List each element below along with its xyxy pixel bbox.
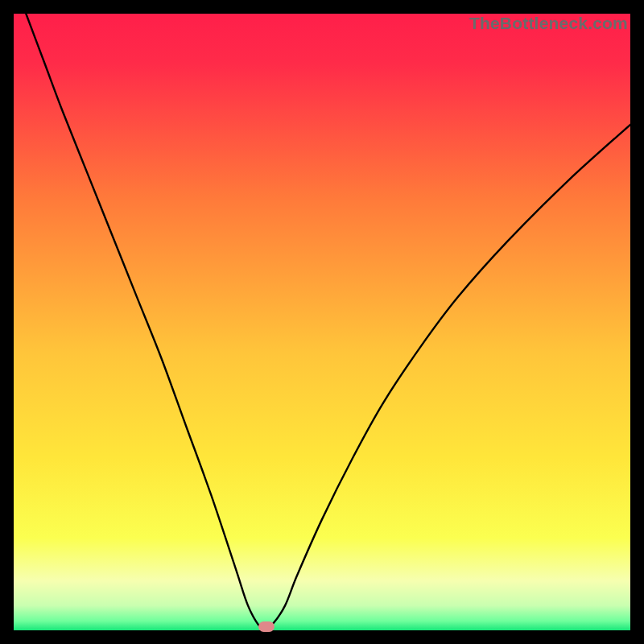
- optimal-point-marker: [258, 621, 275, 632]
- bottleneck-plot: [14, 14, 630, 630]
- chart-frame: TheBottleneck.com: [14, 14, 630, 630]
- gradient-background: [14, 14, 630, 630]
- watermark-text: TheBottleneck.com: [469, 14, 628, 33]
